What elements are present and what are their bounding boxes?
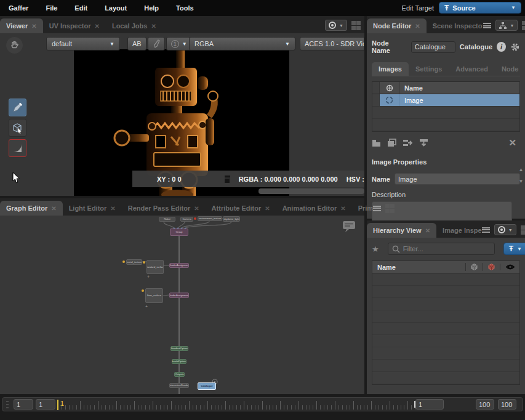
graph-node[interactable]: ShaderAssignment [169,263,189,268]
new-image-icon[interactable] [372,139,381,147]
tab-local-jobs[interactable]: Local Jobs✕ [106,18,162,33]
annotation-bubble-icon[interactable] [342,220,356,233]
hamburger-menu-icon[interactable] [482,227,490,233]
tab-node-editor[interactable]: Node Editor✕ [367,18,427,33]
close-icon[interactable]: ✕ [425,227,430,234]
close-icon[interactable]: ✕ [194,205,199,212]
color-picker-tool[interactable] [9,99,26,116]
playback-end-input[interactable] [498,399,516,410]
solo-channel-dropdown[interactable]: 1 ▼ [166,37,192,50]
graph-node[interactable]: InteractiveRender [169,383,189,388]
duplicate-icon[interactable] [387,139,396,147]
exclusions-cube-icon[interactable] [487,263,495,271]
hierarchy-mode-dropdown[interactable]: ▼ [494,224,516,235]
subtab-advanced[interactable]: Advanced [449,62,495,76]
tab-viewer[interactable]: Viewer✕ [0,18,43,33]
graph-canvas[interactable]: ++ RobotCameraenvironment_textureskydome… [0,216,364,394]
menu-gaffer[interactable]: Gaffer [9,4,28,12]
close-icon[interactable]: ✕ [151,23,156,30]
close-icon[interactable]: ✕ [110,205,115,212]
graph-node[interactable]: Catalogue [198,382,216,390]
close-icon[interactable]: ✕ [95,23,100,30]
tab-hierarchy-view[interactable]: Hierarchy View✕ [367,223,436,238]
image-name-input[interactable] [395,173,520,185]
frame-range-end-input[interactable] [476,399,494,410]
gear-icon[interactable] [510,42,520,52]
graph-node[interactable]: environment_texture [198,216,222,221]
edit-scope-dropdown[interactable]: Ŧ ▼ [503,243,525,255]
graph-node[interactable]: Robot [159,217,175,222]
playback-start-input[interactable] [14,399,33,410]
inclusions-cube-icon[interactable] [470,263,478,271]
menu-tools[interactable]: Tools [176,4,194,12]
channel-dropdown[interactable]: RGBA ▼ [189,37,295,50]
tab-animation-editor[interactable]: Animation Editor✕ [276,201,352,216]
graph-node[interactable]: Outputs [174,372,185,377]
layout-grid-icon[interactable] [385,204,395,213]
subtab-settings[interactable]: Settings [409,62,449,76]
graph-node[interactable]: floor_surface [145,288,163,303]
frame-range-start-input[interactable] [36,399,55,410]
hamburger-menu-icon[interactable] [373,206,381,211]
remove-image-icon[interactable]: ✕ [508,137,516,148]
graph-node[interactable]: ShaderAssignment1 [169,293,189,298]
crop-window-tool[interactable] [9,139,26,157]
close-icon[interactable]: ✕ [51,205,56,212]
info-icon[interactable]: i [497,42,506,52]
edit-target-dropdown[interactable]: Ŧ Source ▼ [439,2,521,14]
frame-ruler[interactable] [62,400,426,410]
close-icon[interactable]: ✕ [265,205,270,212]
subtab-images[interactable]: Images [372,62,409,76]
menu-layout[interactable]: Layout [105,4,127,12]
node-name-input[interactable] [411,41,455,53]
focus-dropdown[interactable]: ▼ [325,20,347,31]
graph-node[interactable]: skydome_light [223,216,240,222]
menu-help[interactable]: Help [144,4,159,12]
compare-ab-button[interactable]: AB [127,37,146,50]
filter-input[interactable] [403,245,491,252]
current-frame-input[interactable] [415,399,444,410]
tab-graph-editor[interactable]: Graph Editor✕ [0,201,63,216]
graph-node[interactable]: StandardOptions [170,346,188,351]
extract-icon[interactable] [419,139,428,148]
display-transform-button[interactable]: ACES 1.0 - SDR Video [300,37,364,50]
export-icon[interactable] [403,139,413,147]
playhead[interactable] [57,400,58,410]
drag-handle[interactable] [6,401,9,408]
graph-node[interactable]: metal_texture [126,259,142,265]
close-icon[interactable]: ✕ [415,23,420,30]
layout-grid-icon[interactable] [351,21,361,30]
tab-uv-inspector[interactable]: UV Inspector✕ [43,18,106,33]
tab-attribute-editor[interactable]: Attribute Editor✕ [206,201,276,216]
graph-node[interactable]: ArnoldOptions [172,359,186,364]
node-editor-scrollbar[interactable]: ▲ ▼ [517,165,525,186]
tab-render-pass-editor[interactable]: Render Pass Editor✕ [122,201,206,216]
tab-primitive-inspector[interactable]: Prim [352,201,373,216]
viewer-viewport[interactable]: default ▼ AB 1 ▼ RGBA ▼ ACES 1.0 - SDR V… [0,33,364,196]
scroll-down-icon[interactable]: ▼ [519,179,524,184]
tab-light-editor[interactable]: Light Editor✕ [63,201,122,216]
close-icon[interactable]: ✕ [31,23,36,30]
layout-grid-icon[interactable] [522,21,525,30]
wipe-tool-button[interactable] [148,37,165,50]
menu-file[interactable]: File [46,4,57,12]
tab-image-inspector[interactable]: Image Inspe [436,223,482,238]
tab-scene-inspector[interactable]: Scene Inspecto [427,18,484,33]
image-row[interactable]: Image [372,94,519,107]
camera-dropdown[interactable]: default ▼ [46,37,120,50]
graph-node[interactable]: Camera [180,217,193,222]
bookmark-star-icon[interactable]: ★ [372,244,379,254]
subtab-node[interactable]: Node [495,62,525,76]
layout-grid-icon[interactable] [521,225,525,235]
scroll-up-icon[interactable]: ▲ [519,167,524,172]
hamburger-menu-icon[interactable] [483,23,491,28]
node-editor-mode-dropdown[interactable]: ▼ [495,20,518,31]
close-icon[interactable]: ✕ [340,205,345,212]
filter-input-wrap[interactable] [388,243,495,255]
visibility-eye-icon[interactable] [505,264,515,270]
graph-node[interactable]: standard_surface [146,260,164,274]
viewer-horizontal-scrollbar[interactable] [258,188,364,194]
graph-node[interactable]: Group [170,228,188,236]
selection-tool[interactable] [9,119,26,137]
pan-tool-button[interactable] [6,37,23,54]
